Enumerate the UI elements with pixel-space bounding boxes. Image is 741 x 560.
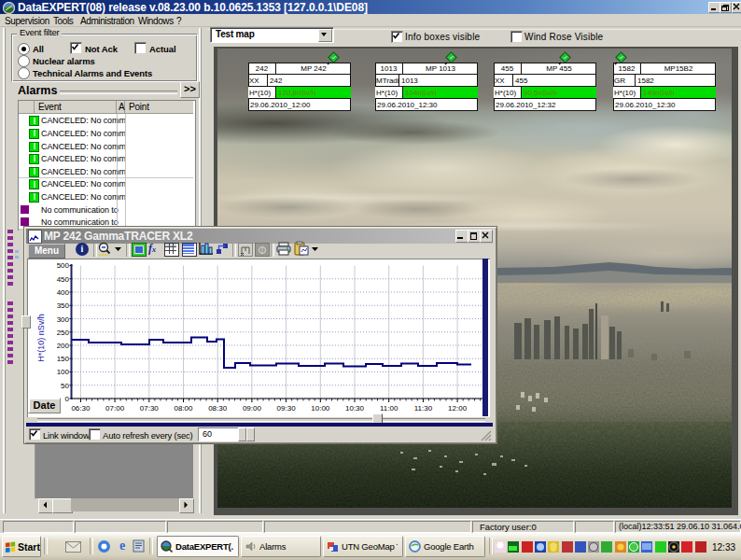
svg-text:09:30: 09:30 [277,404,297,413]
svg-text:150: 150 [57,355,70,363]
svg-text:450: 450 [57,275,70,284]
svg-text:06:30: 06:30 [71,404,91,413]
svg-text:100: 100 [57,368,70,376]
svg-text:10:30: 10:30 [345,404,365,413]
svg-text:10:00: 10:00 [311,404,330,413]
svg-text:09:00: 09:00 [243,404,262,413]
svg-text:07:30: 07:30 [140,404,160,413]
svg-text:250: 250 [57,329,70,337]
svg-text:11:00: 11:00 [380,404,398,413]
svg-text:08:30: 08:30 [208,404,228,413]
svg-text:12:00: 12:00 [448,404,468,413]
svg-text:400: 400 [57,288,70,297]
svg-text:300: 300 [57,315,70,324]
svg-text:07:00: 07:00 [105,404,125,413]
svg-text:50: 50 [61,382,69,390]
svg-text:08:00: 08:00 [174,404,193,413]
svg-text:0: 0 [65,395,70,403]
svg-text:350: 350 [57,301,70,310]
svg-text:500: 500 [57,261,70,270]
svg-text:200: 200 [57,342,70,350]
svg-text:11:30: 11:30 [414,404,433,413]
svg-text:H*(10) nSv/h: H*(10) nSv/h [36,314,46,362]
